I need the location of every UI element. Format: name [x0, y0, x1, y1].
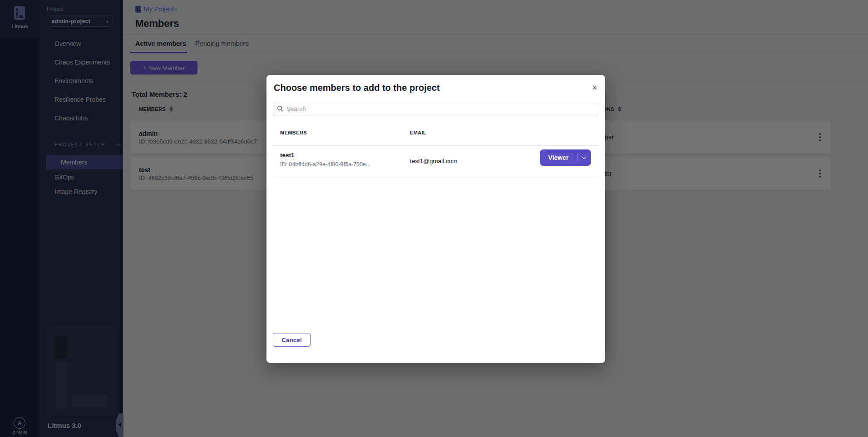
close-icon[interactable]: ×: [590, 83, 600, 93]
search-icon: [277, 105, 283, 112]
modal-title: Choose members to add to the project: [274, 83, 440, 93]
search-box: [273, 102, 598, 115]
modal-member-row: test1 ID: 04bff4d6-a29a-4f80-9f5a-700e..…: [273, 145, 598, 178]
litmus-app: Litmus A ADMIN Project admin-project › O…: [0, 0, 868, 437]
member-email: test1@gmail.com: [410, 158, 458, 164]
modal-column-header-email: EMAIL: [410, 130, 426, 135]
role-select-button[interactable]: Viewer: [540, 149, 591, 166]
cancel-button[interactable]: Cancel: [273, 333, 311, 347]
search-input[interactable]: [286, 105, 594, 112]
member-id: ID: 04bff4d6-a29a-4f80-9f5a-700e...: [280, 161, 370, 168]
modal-column-header-members: MEMBERS: [280, 130, 307, 135]
chevron-down-icon: [582, 155, 587, 159]
add-members-modal: Choose members to add to the project × M…: [266, 75, 605, 363]
member-name: test1: [280, 152, 295, 159]
role-button-label: Viewer: [540, 154, 577, 161]
button-divider: [577, 154, 577, 162]
